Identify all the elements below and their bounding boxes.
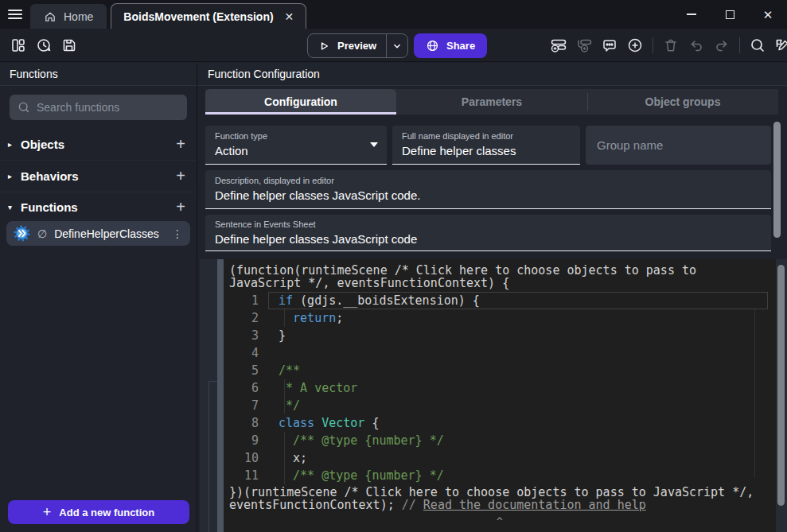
titlebar: Home BoidsMovement (Extension) ✕ ✕ [0,0,787,29]
save-icon[interactable] [61,37,77,53]
minimize-icon [687,14,696,15]
code-line[interactable]: 10 x; [224,449,776,467]
history-icon[interactable] [36,37,52,53]
sidebar-section-behaviors[interactable]: ▸ Behaviors + [0,161,197,192]
function-type-select[interactable]: Function type Action [205,126,387,165]
preview-label: Preview [337,40,376,52]
maximize-icon [726,10,734,19]
chevron-right-icon: ▸ [8,140,21,149]
editor-ruler [754,309,755,478]
redo-icon[interactable] [714,37,730,53]
play-icon [318,40,330,52]
editor-scrollbar[interactable] [776,259,787,532]
preview-button-main[interactable]: Preview [308,40,386,52]
line-number: 5 [224,362,259,379]
configuration-tabbar: Configuration Parameters Object groups [205,89,778,115]
tab-extension[interactable]: BoidsMovement (Extension) ✕ [111,3,306,29]
line-content[interactable]: * A vector [279,379,357,397]
search-functions-input[interactable] [37,101,181,114]
sidebar-section-objects[interactable]: ▸ Objects + [0,129,197,161]
line-content[interactable]: /** @type {number} */ [279,432,444,449]
code-line[interactable]: 4 [224,344,776,362]
code-line[interactable]: 3} [224,327,776,344]
line-content[interactable]: } [279,327,286,344]
line-content[interactable]: x; [279,449,307,467]
function-type-value: Action [215,144,377,157]
add-circle-icon[interactable] [627,37,643,53]
form-scrollbar[interactable] [773,122,781,238]
section-label-behaviors: Behaviors [21,169,176,183]
trash-icon[interactable] [663,37,679,53]
open-projects-icon[interactable] [10,37,26,53]
add-sub-event-icon[interactable] [576,37,592,53]
line-content[interactable]: class Vector { [279,414,379,432]
line-content[interactable]: /** @type {number} */ [279,467,444,484]
code-line[interactable]: 1if (gdjs.__boidsExtension) { [224,292,776,309]
chevron-down-icon: ▾ [8,203,21,212]
add-comment-icon[interactable] [602,37,618,53]
search-functions-box[interactable] [10,95,187,120]
edit-extension-icon[interactable] [775,37,787,53]
main-menu-button[interactable] [0,0,30,29]
chevron-down-icon [392,41,403,52]
tab-extension-label: BoidsMovement (Extension) [123,10,273,23]
add-event-icon[interactable] [551,37,567,53]
close-button[interactable]: ✕ [749,0,787,29]
function-item-label: DefineHelperClasses [54,227,165,240]
toolbar-right-group [551,37,787,53]
function-item-menu-icon[interactable]: ⋮ [172,227,183,240]
tab-configuration[interactable]: Configuration [205,89,396,115]
line-content[interactable]: */ [279,397,300,414]
group-name-input[interactable] [597,138,760,152]
tab-home[interactable]: Home [30,4,107,29]
code-line[interactable]: 11 /** @type {number} */ [224,467,776,484]
add-function-plus-button[interactable]: + [176,198,185,216]
line-content[interactable]: return; [279,309,343,327]
minimize-button[interactable] [672,0,711,29]
sentence-field[interactable]: Sentence in Events Sheet Define helper c… [205,215,771,251]
share-button[interactable]: Share [414,33,487,58]
editor-scrollbar-thumb[interactable] [777,265,785,506]
maximize-button[interactable] [711,0,749,29]
full-name-field[interactable]: Full name displayed in editor Define hel… [392,126,580,165]
search-icon[interactable] [750,37,766,53]
documentation-link[interactable]: Read the documentation and help [423,498,646,512]
line-content[interactable]: /** [279,362,300,379]
chevron-right-icon: ▸ [8,172,21,181]
group-name-field[interactable] [586,126,771,165]
tab-parameters[interactable]: Parameters [396,89,587,115]
add-object-button[interactable]: + [176,135,185,153]
line-number: 4 [224,344,259,362]
function-item-definehelperclasses[interactable]: ∅ DefineHelperClasses ⋮ [6,221,190,246]
sidebar-section-functions[interactable]: ▾ Functions + [0,192,197,221]
code-line[interactable]: 7 */ [224,397,776,414]
code-line[interactable]: 5/** [224,362,776,379]
line-number: 11 [224,467,259,484]
preview-dropdown-button[interactable] [387,41,407,52]
description-field[interactable]: Description, displayed in editor Define … [205,170,771,209]
function-configuration-panel: Function Configuration Configuration Par… [198,63,787,532]
js-code-editor[interactable]: (function(runtimeScene /* Click here to … [224,259,776,532]
code-lines[interactable]: 1if (gdjs.__boidsExtension) {2 return;3}… [224,292,776,484]
code-footer[interactable]: })(runtimeScene /* Click here to choose … [224,486,776,511]
tab-object-groups[interactable]: Object groups [587,89,778,115]
configuration-form: Function type Action Full name displayed… [198,115,787,251]
code-line[interactable]: 8class Vector { [224,414,776,432]
line-number: 8 [224,414,259,432]
code-editor-section: (function(runtimeScene /* Click here to … [198,259,787,532]
code-header[interactable]: (function(runtimeScene /* Click here to … [224,264,776,289]
add-behavior-button[interactable]: + [176,167,185,185]
code-line[interactable]: 2 return; [224,309,776,327]
preview-button[interactable]: Preview [307,33,408,58]
tab-close-icon[interactable]: ✕ [285,10,294,23]
sentence-label: Sentence in Events Sheet [215,219,762,229]
event-selection-bar[interactable] [217,259,224,532]
undo-icon[interactable] [688,37,704,53]
line-number: 7 [224,397,259,414]
add-new-function-button[interactable]: + Add a new function [8,500,189,524]
code-line[interactable]: 9 /** @type {number} */ [224,432,776,449]
function-gear-icon [14,225,30,242]
code-line[interactable]: 6 * A vector [224,379,776,397]
line-content[interactable]: if (gdjs.__boidsExtension) { [279,292,480,309]
line-number: 9 [224,432,259,449]
